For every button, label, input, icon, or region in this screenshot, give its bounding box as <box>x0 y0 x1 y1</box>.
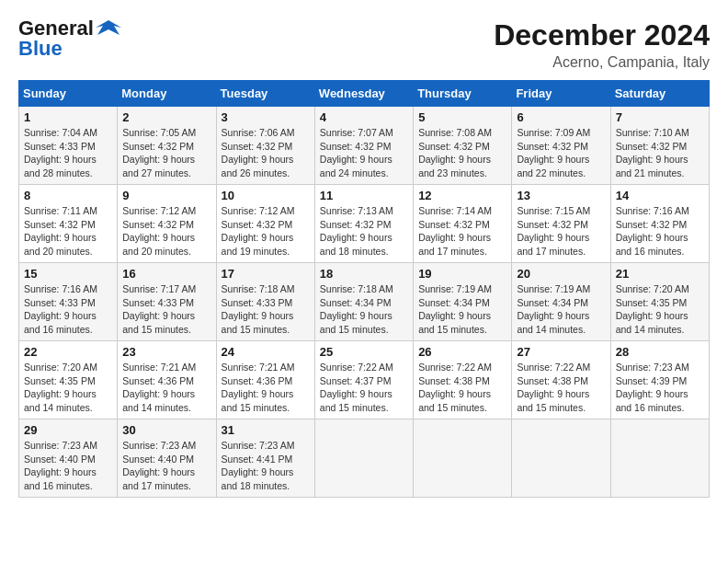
day-number: 30 <box>122 423 210 437</box>
day-number: 19 <box>418 267 506 281</box>
col-sunday: Sunday <box>19 81 118 107</box>
day-number: 6 <box>517 110 605 124</box>
table-row: 31Sunrise: 7:23 AM Sunset: 4:41 PM Dayli… <box>216 419 314 498</box>
day-detail: Sunrise: 7:11 AM Sunset: 4:32 PM Dayligh… <box>24 204 112 259</box>
table-row <box>512 419 610 498</box>
table-row: 10Sunrise: 7:12 AM Sunset: 4:32 PM Dayli… <box>216 185 314 263</box>
table-row: 13Sunrise: 7:15 AM Sunset: 4:32 PM Dayli… <box>512 185 610 263</box>
day-number: 27 <box>517 345 605 359</box>
logo-blue-text: Blue <box>18 39 63 59</box>
location: Acerno, Campania, Italy <box>494 54 710 71</box>
day-detail: Sunrise: 7:13 AM Sunset: 4:32 PM Dayligh… <box>320 204 408 259</box>
day-detail: Sunrise: 7:12 AM Sunset: 4:32 PM Dayligh… <box>122 204 210 259</box>
calendar-week-row: 29Sunrise: 7:23 AM Sunset: 4:40 PM Dayli… <box>19 419 710 498</box>
calendar-table: Sunday Monday Tuesday Wednesday Thursday… <box>18 80 710 498</box>
logo-text: General <box>18 18 94 39</box>
table-row: 1Sunrise: 7:04 AM Sunset: 4:33 PM Daylig… <box>19 107 118 185</box>
day-detail: Sunrise: 7:17 AM Sunset: 4:33 PM Dayligh… <box>122 282 210 337</box>
table-row: 17Sunrise: 7:18 AM Sunset: 4:33 PM Dayli… <box>216 263 314 341</box>
day-number: 8 <box>24 189 112 202</box>
day-number: 14 <box>616 189 704 202</box>
day-number: 28 <box>616 345 704 359</box>
logo-bird-icon <box>96 18 121 39</box>
table-row: 12Sunrise: 7:14 AM Sunset: 4:32 PM Dayli… <box>414 185 512 263</box>
day-detail: Sunrise: 7:12 AM Sunset: 4:32 PM Dayligh… <box>222 204 310 259</box>
day-detail: Sunrise: 7:09 AM Sunset: 4:32 PM Dayligh… <box>517 126 605 180</box>
day-detail: Sunrise: 7:08 AM Sunset: 4:32 PM Dayligh… <box>418 126 506 180</box>
day-number: 15 <box>24 267 112 281</box>
day-number: 12 <box>418 189 506 202</box>
day-detail: Sunrise: 7:18 AM Sunset: 4:33 PM Dayligh… <box>222 282 310 337</box>
day-detail: Sunrise: 7:20 AM Sunset: 4:35 PM Dayligh… <box>616 282 704 337</box>
calendar-week-row: 8Sunrise: 7:11 AM Sunset: 4:32 PM Daylig… <box>19 185 710 263</box>
calendar-week-row: 1Sunrise: 7:04 AM Sunset: 4:33 PM Daylig… <box>19 107 710 185</box>
table-row: 6Sunrise: 7:09 AM Sunset: 4:32 PM Daylig… <box>512 107 610 185</box>
table-row: 29Sunrise: 7:23 AM Sunset: 4:40 PM Dayli… <box>19 419 118 498</box>
day-detail: Sunrise: 7:21 AM Sunset: 4:36 PM Dayligh… <box>122 361 210 415</box>
col-thursday: Thursday <box>414 81 512 107</box>
day-number: 2 <box>122 110 210 124</box>
table-row: 4Sunrise: 7:07 AM Sunset: 4:32 PM Daylig… <box>314 107 413 185</box>
day-number: 16 <box>122 267 210 281</box>
table-row <box>414 419 512 498</box>
table-row: 23Sunrise: 7:21 AM Sunset: 4:36 PM Dayli… <box>118 341 216 419</box>
day-detail: Sunrise: 7:16 AM Sunset: 4:32 PM Dayligh… <box>616 204 704 259</box>
page-header: General Blue December 2024 Acerno, Campa… <box>18 18 710 71</box>
day-detail: Sunrise: 7:06 AM Sunset: 4:32 PM Dayligh… <box>222 126 310 180</box>
table-row: 26Sunrise: 7:22 AM Sunset: 4:38 PM Dayli… <box>414 341 512 419</box>
table-row: 27Sunrise: 7:22 AM Sunset: 4:38 PM Dayli… <box>512 341 610 419</box>
table-row: 15Sunrise: 7:16 AM Sunset: 4:33 PM Dayli… <box>19 263 118 341</box>
col-monday: Monday <box>118 81 216 107</box>
month-year: December 2024 <box>494 18 710 52</box>
day-detail: Sunrise: 7:22 AM Sunset: 4:38 PM Dayligh… <box>517 361 605 415</box>
day-number: 10 <box>222 189 310 202</box>
day-number: 29 <box>24 423 112 437</box>
table-row: 22Sunrise: 7:20 AM Sunset: 4:35 PM Dayli… <box>19 341 118 419</box>
day-detail: Sunrise: 7:20 AM Sunset: 4:35 PM Dayligh… <box>24 361 112 415</box>
day-detail: Sunrise: 7:14 AM Sunset: 4:32 PM Dayligh… <box>418 204 506 259</box>
table-row: 7Sunrise: 7:10 AM Sunset: 4:32 PM Daylig… <box>610 107 709 185</box>
day-detail: Sunrise: 7:23 AM Sunset: 4:40 PM Dayligh… <box>24 439 112 493</box>
day-number: 23 <box>122 345 210 359</box>
table-row <box>314 419 413 498</box>
table-row: 2Sunrise: 7:05 AM Sunset: 4:32 PM Daylig… <box>118 107 216 185</box>
day-detail: Sunrise: 7:04 AM Sunset: 4:33 PM Dayligh… <box>24 126 112 180</box>
table-row: 9Sunrise: 7:12 AM Sunset: 4:32 PM Daylig… <box>118 185 216 263</box>
calendar-week-row: 22Sunrise: 7:20 AM Sunset: 4:35 PM Dayli… <box>19 341 710 419</box>
day-number: 18 <box>320 267 408 281</box>
svg-marker-0 <box>96 20 121 35</box>
table-row: 30Sunrise: 7:23 AM Sunset: 4:40 PM Dayli… <box>118 419 216 498</box>
day-detail: Sunrise: 7:15 AM Sunset: 4:32 PM Dayligh… <box>517 204 605 259</box>
day-detail: Sunrise: 7:21 AM Sunset: 4:36 PM Dayligh… <box>222 361 310 415</box>
day-detail: Sunrise: 7:23 AM Sunset: 4:39 PM Dayligh… <box>616 361 704 415</box>
day-detail: Sunrise: 7:23 AM Sunset: 4:40 PM Dayligh… <box>122 439 210 493</box>
day-detail: Sunrise: 7:22 AM Sunset: 4:37 PM Dayligh… <box>320 361 408 415</box>
table-row: 19Sunrise: 7:19 AM Sunset: 4:34 PM Dayli… <box>414 263 512 341</box>
day-detail: Sunrise: 7:10 AM Sunset: 4:32 PM Dayligh… <box>616 126 704 180</box>
day-number: 25 <box>320 345 408 359</box>
day-number: 21 <box>616 267 704 281</box>
day-number: 7 <box>616 110 704 124</box>
day-detail: Sunrise: 7:18 AM Sunset: 4:34 PM Dayligh… <box>320 282 408 337</box>
day-detail: Sunrise: 7:05 AM Sunset: 4:32 PM Dayligh… <box>122 126 210 180</box>
day-number: 17 <box>222 267 310 281</box>
day-number: 4 <box>320 110 408 124</box>
table-row: 21Sunrise: 7:20 AM Sunset: 4:35 PM Dayli… <box>610 263 709 341</box>
col-tuesday: Tuesday <box>216 81 314 107</box>
day-detail: Sunrise: 7:16 AM Sunset: 4:33 PM Dayligh… <box>24 282 112 337</box>
table-row <box>610 419 709 498</box>
calendar-header-row: Sunday Monday Tuesday Wednesday Thursday… <box>19 81 710 107</box>
col-friday: Friday <box>512 81 610 107</box>
col-wednesday: Wednesday <box>314 81 413 107</box>
day-detail: Sunrise: 7:07 AM Sunset: 4:32 PM Dayligh… <box>320 126 408 180</box>
table-row: 25Sunrise: 7:22 AM Sunset: 4:37 PM Dayli… <box>314 341 413 419</box>
day-detail: Sunrise: 7:22 AM Sunset: 4:38 PM Dayligh… <box>418 361 506 415</box>
table-row: 28Sunrise: 7:23 AM Sunset: 4:39 PM Dayli… <box>610 341 709 419</box>
calendar-week-row: 15Sunrise: 7:16 AM Sunset: 4:33 PM Dayli… <box>19 263 710 341</box>
day-number: 24 <box>222 345 310 359</box>
table-row: 5Sunrise: 7:08 AM Sunset: 4:32 PM Daylig… <box>414 107 512 185</box>
table-row: 8Sunrise: 7:11 AM Sunset: 4:32 PM Daylig… <box>19 185 118 263</box>
day-detail: Sunrise: 7:19 AM Sunset: 4:34 PM Dayligh… <box>517 282 605 337</box>
col-saturday: Saturday <box>610 81 709 107</box>
day-number: 31 <box>222 423 310 437</box>
